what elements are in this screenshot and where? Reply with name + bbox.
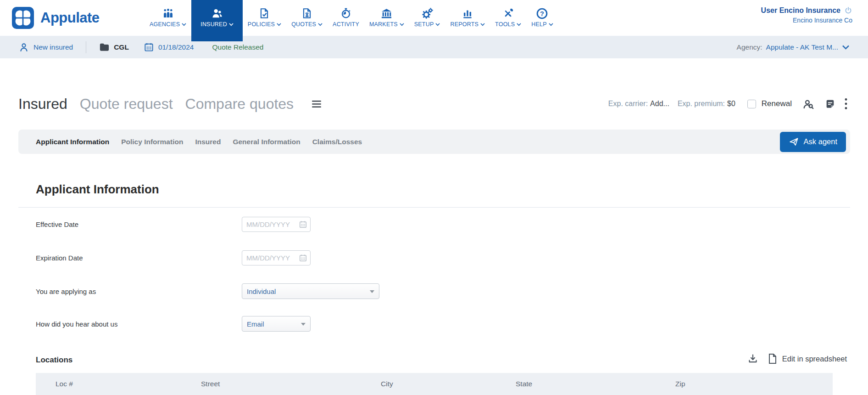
- exp-carrier-value[interactable]: Add...: [650, 100, 669, 108]
- form-row-hear-about-us: How did you hear about us Email: [0, 316, 868, 332]
- logout-power-icon[interactable]: [844, 6, 852, 15]
- nav-setup[interactable]: SETUP: [409, 0, 445, 36]
- locations-header: Locations Edit in spreadsheet: [0, 353, 868, 368]
- user-name: User Encino Insurance: [761, 6, 840, 15]
- chevron-down-icon: [318, 23, 323, 26]
- form-title: Applicant Information: [36, 182, 159, 197]
- user-block: User Encino Insurance Encino Insurance C…: [761, 0, 868, 24]
- column-zip[interactable]: Zip: [675, 380, 685, 388]
- chevron-down-icon: [517, 23, 521, 26]
- chevron-down-icon[interactable]: [842, 45, 850, 50]
- agencies-icon: [162, 7, 174, 20]
- quotes-icon: [301, 7, 313, 20]
- ask-agent-label: Ask agent: [804, 137, 837, 146]
- line-of-business[interactable]: CGL: [99, 42, 129, 52]
- send-icon: [789, 136, 799, 147]
- column-state[interactable]: State: [516, 380, 532, 388]
- column-city[interactable]: City: [381, 380, 393, 388]
- line-of-business-code: CGL: [114, 43, 129, 51]
- new-insured-button[interactable]: New insured: [18, 42, 73, 53]
- nav-reports-label: REPORTS: [450, 21, 479, 28]
- chevron-down-icon: [229, 23, 234, 26]
- tab-quote-request[interactable]: Quote request: [80, 96, 173, 113]
- effective-date-chip[interactable]: 01/18/2024: [144, 42, 194, 52]
- spreadsheet-file-icon: [768, 353, 778, 364]
- person-icon: [18, 42, 29, 53]
- nav-help-label: HELP: [531, 21, 546, 28]
- markets-icon: [380, 7, 393, 20]
- chevron-down-icon: [182, 23, 186, 26]
- locations-title: Locations: [36, 356, 72, 365]
- insured-lookup-icon[interactable]: [802, 98, 814, 110]
- tab-compare-quotes[interactable]: Compare quotes: [185, 96, 294, 113]
- column-street[interactable]: Street: [201, 380, 220, 388]
- hear-about-us-select[interactable]: Email: [242, 316, 311, 332]
- exp-premium-value[interactable]: $0: [727, 100, 735, 108]
- nav-reports[interactable]: REPORTS: [445, 0, 490, 36]
- nav-activity[interactable]: ACTIVITY: [328, 0, 364, 36]
- nav-quotes[interactable]: QUOTES: [286, 0, 328, 36]
- activity-icon: [340, 7, 352, 20]
- reports-icon: [462, 7, 473, 20]
- locations-table-header: Loc # Street City State Zip: [36, 373, 833, 395]
- kebab-menu-icon[interactable]: [844, 97, 848, 110]
- app-wordmark: Appulate: [40, 10, 100, 26]
- nav-help[interactable]: ? HELP: [526, 0, 558, 36]
- download-icon[interactable]: [747, 353, 758, 364]
- notes-icon[interactable]: [824, 98, 836, 110]
- exp-premium-label: Exp. premium:: [678, 100, 725, 108]
- nav-activity-label: ACTIVITY: [333, 21, 359, 28]
- appulate-clover-icon: [12, 7, 34, 29]
- chevron-down-icon: [277, 23, 281, 26]
- nav-policies-label: POLICIES: [248, 21, 275, 28]
- nav-agencies[interactable]: AGENCIES: [145, 0, 191, 36]
- section-insured[interactable]: Insured: [195, 138, 221, 146]
- top-nav-bar: Appulate AGENCIES I: [0, 0, 868, 36]
- section-general-information[interactable]: General Information: [233, 138, 300, 146]
- applying-as-value: Individual: [247, 288, 276, 295]
- setup-icon: [421, 7, 434, 20]
- form-row-effective-date: Effective Date: [0, 216, 868, 232]
- policies-icon: [258, 7, 270, 20]
- agency-selector[interactable]: Appulate - AK Test M...: [766, 43, 838, 51]
- renewal-label: Renewal: [762, 99, 792, 108]
- nav-tools[interactable]: TOOLS: [490, 0, 526, 36]
- folder-icon: [99, 42, 110, 52]
- chevron-down-icon: [370, 290, 374, 293]
- expiration-date-field-label: Expiration Date: [36, 254, 83, 262]
- section-policy-information[interactable]: Policy Information: [121, 138, 183, 146]
- insured-icon: [211, 7, 223, 20]
- chevron-down-icon: [549, 23, 553, 26]
- chevron-down-icon: [301, 323, 306, 326]
- expiration-date-input[interactable]: [242, 250, 311, 265]
- renewal-checkbox[interactable]: [747, 100, 756, 108]
- ask-agent-button[interactable]: Ask agent: [780, 132, 846, 152]
- section-applicant-information[interactable]: Applicant Information: [36, 138, 109, 146]
- edit-in-spreadsheet-button[interactable]: Edit in spreadsheet: [768, 353, 847, 364]
- user-company: Encino Insurance Co: [761, 17, 852, 24]
- form-row-expiration-date: Expiration Date: [0, 250, 868, 265]
- chevron-down-icon: [435, 23, 440, 26]
- status-badge: Quote Released: [212, 43, 263, 51]
- calendar-icon: [144, 42, 154, 52]
- nav-policies[interactable]: POLICIES: [243, 0, 286, 36]
- chevron-down-icon: [480, 23, 485, 26]
- app-logo[interactable]: Appulate: [0, 0, 117, 29]
- main-nav: AGENCIES INSURED POLICIES: [145, 0, 558, 41]
- help-icon: ?: [536, 7, 548, 20]
- form-section-nav: Applicant Information Policy Information…: [18, 130, 850, 154]
- nav-insured-label: INSURED: [200, 21, 227, 28]
- divider: [86, 41, 86, 53]
- effective-date-input[interactable]: [242, 217, 311, 232]
- applying-as-select[interactable]: Individual: [242, 283, 379, 299]
- tab-menu-icon[interactable]: [312, 100, 322, 108]
- nav-insured[interactable]: INSURED: [191, 0, 243, 41]
- tab-insured[interactable]: Insured: [18, 96, 67, 113]
- column-loc-number[interactable]: Loc #: [56, 380, 73, 388]
- main-content: Applicant Information Effective Date Exp…: [0, 154, 868, 395]
- new-insured-label: New insured: [33, 43, 73, 51]
- nav-markets[interactable]: MARKETS: [364, 0, 409, 36]
- section-claims-losses[interactable]: Claims/Losses: [312, 138, 362, 146]
- nav-agencies-label: AGENCIES: [150, 21, 180, 28]
- edit-in-spreadsheet-label: Edit in spreadsheet: [782, 355, 847, 363]
